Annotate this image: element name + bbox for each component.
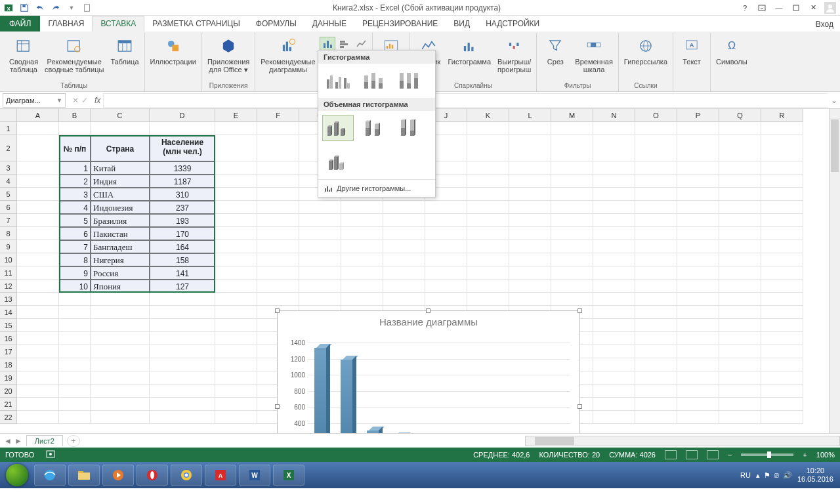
- table-cell[interactable]: Нигерия: [91, 253, 150, 266]
- taskbar-explorer[interactable]: [68, 465, 100, 486]
- formula-input[interactable]: [103, 93, 828, 108]
- table-cell[interactable]: 8: [59, 253, 91, 266]
- cancel-formula-icon[interactable]: ✕: [72, 96, 79, 105]
- row-header[interactable]: 14: [0, 306, 17, 319]
- tab-review[interactable]: РЕЦЕНЗИРОВАНИЕ: [354, 16, 446, 32]
- timeline-button[interactable]: Временная шкала: [572, 34, 615, 75]
- table-button[interactable]: Таблица: [108, 34, 141, 67]
- illustrations-button[interactable]: Иллюстрации: [148, 34, 199, 67]
- col-header[interactable]: D: [150, 109, 215, 122]
- table-cell[interactable]: № п/п: [59, 135, 91, 161]
- row-header[interactable]: 6: [0, 201, 17, 214]
- save-button[interactable]: [17, 1, 32, 15]
- pivot-table-button[interactable]: Сводная таблица: [7, 34, 41, 75]
- sparkline-winloss-button[interactable]: Выигрыш/ проигрыш: [495, 34, 534, 75]
- sheet-tab[interactable]: Лист2: [26, 435, 63, 446]
- col-header[interactable]: K: [467, 109, 509, 122]
- table-cell[interactable]: 1339: [150, 161, 215, 175]
- row-header[interactable]: 16: [0, 332, 17, 345]
- row-header[interactable]: 9: [0, 240, 17, 253]
- table-cell[interactable]: 1187: [150, 175, 215, 188]
- text-button[interactable]: AТекст: [676, 34, 707, 67]
- col-header[interactable]: P: [677, 109, 719, 122]
- zoom-in-button[interactable]: +: [803, 451, 807, 459]
- col-header[interactable]: B: [59, 109, 91, 122]
- qat-customize-icon[interactable]: ▼: [64, 1, 79, 15]
- 3d-stacked100-column-option[interactable]: [393, 115, 425, 141]
- table-cell[interactable]: 170: [150, 227, 215, 240]
- taskbar-chrome[interactable]: [171, 465, 202, 486]
- table-cell[interactable]: Россия: [91, 266, 150, 280]
- col-header[interactable]: N: [593, 109, 635, 122]
- zoom-level[interactable]: 100%: [816, 451, 835, 459]
- table-cell[interactable]: Индия: [91, 175, 150, 188]
- col-header[interactable]: F: [257, 109, 299, 122]
- 3d-clustered-column-option[interactable]: [322, 115, 354, 141]
- row-header[interactable]: 7: [0, 214, 17, 227]
- row-header[interactable]: 15: [0, 319, 17, 332]
- row-header[interactable]: 20: [0, 385, 17, 398]
- table-cell[interactable]: 7: [59, 240, 91, 253]
- col-header[interactable]: A: [17, 109, 59, 122]
- hyperlink-button[interactable]: Гиперссылка: [621, 34, 670, 67]
- more-column-charts-option[interactable]: Другие гистограммы...: [318, 179, 435, 197]
- symbols-button[interactable]: ΩСимволы: [713, 34, 750, 67]
- table-cell[interactable]: 141: [150, 266, 215, 280]
- tray-show-hidden-icon[interactable]: ▴: [756, 471, 760, 480]
- 3d-column-option[interactable]: [322, 149, 354, 175]
- table-cell[interactable]: Бангладеш: [91, 240, 150, 253]
- tab-addins[interactable]: НАДСТРОЙКИ: [478, 16, 547, 32]
- table-cell[interactable]: 3: [59, 188, 91, 201]
- table-cell[interactable]: 310: [150, 188, 215, 201]
- tab-layout[interactable]: РАЗМЕТКА СТРАНИЦЫ: [144, 16, 248, 32]
- col-header[interactable]: O: [635, 109, 677, 122]
- sparkline-column-button[interactable]: Гистограмма: [446, 34, 494, 67]
- row-header[interactable]: 18: [0, 358, 17, 371]
- col-header[interactable]: M: [551, 109, 593, 122]
- chevron-down-icon[interactable]: ▼: [56, 97, 62, 104]
- zoom-slider[interactable]: [741, 453, 793, 456]
- new-button[interactable]: [80, 1, 94, 15]
- taskbar-opera[interactable]: [136, 465, 168, 486]
- bar-chart-button[interactable]: [337, 37, 352, 51]
- table-cell[interactable]: 127: [150, 280, 215, 293]
- minimize-button[interactable]: —: [772, 1, 786, 14]
- select-all-button[interactable]: [0, 109, 17, 122]
- taskbar-word[interactable]: W: [239, 465, 270, 486]
- table-cell[interactable]: 5: [59, 214, 91, 227]
- row-header[interactable]: 17: [0, 345, 17, 358]
- horizontal-scrollbar[interactable]: [525, 436, 840, 446]
- expand-formula-icon[interactable]: ⌄: [828, 96, 840, 105]
- accept-formula-icon[interactable]: ✓: [81, 96, 88, 105]
- taskbar-excel[interactable]: X: [273, 465, 304, 486]
- table-cell[interactable]: 9: [59, 266, 91, 280]
- office-apps-button[interactable]: Приложения для Office ▾: [205, 34, 252, 75]
- undo-button[interactable]: [33, 1, 47, 15]
- row-header[interactable]: 21: [0, 398, 17, 411]
- row-headers[interactable]: 12345678910111213141516171819202122: [0, 122, 17, 424]
- table-cell[interactable]: Китай: [91, 161, 150, 175]
- macro-record-icon[interactable]: [46, 450, 55, 460]
- recommended-charts-button[interactable]: Рекомендуемые диаграммы: [258, 34, 318, 75]
- col-header[interactable]: Q: [719, 109, 761, 122]
- table-cell[interactable]: Страна: [91, 135, 150, 161]
- recommended-pivot-button[interactable]: Рекомендуемые сводные таблицы: [42, 34, 106, 75]
- col-header[interactable]: R: [761, 109, 803, 122]
- start-button[interactable]: [3, 463, 32, 487]
- row-header[interactable]: 3: [0, 161, 17, 175]
- col-header[interactable]: C: [91, 109, 150, 122]
- tray-network-icon[interactable]: ⎚: [774, 471, 779, 480]
- row-header[interactable]: 13: [0, 293, 17, 306]
- tab-formulas[interactable]: ФОРМУЛЫ: [248, 16, 304, 32]
- row-header[interactable]: 11: [0, 266, 17, 280]
- table-cell[interactable]: 4: [59, 201, 91, 214]
- vertical-scrollbar[interactable]: [829, 109, 840, 433]
- row-header[interactable]: 4: [0, 175, 17, 188]
- table-cell[interactable]: Население (млн чел.): [150, 135, 215, 161]
- tab-view[interactable]: ВИД: [446, 16, 478, 32]
- tab-insert[interactable]: ВСТАВКА: [92, 16, 144, 32]
- table-cell[interactable]: 10: [59, 280, 91, 293]
- table-cell[interactable]: 6: [59, 227, 91, 240]
- taskbar-pdf[interactable]: A: [205, 465, 236, 486]
- row-header[interactable]: 1: [0, 122, 17, 135]
